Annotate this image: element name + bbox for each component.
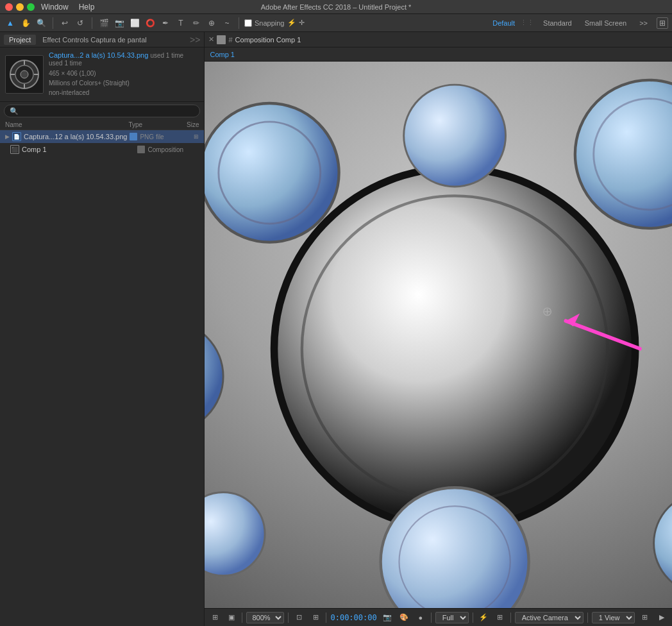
tab-project[interactable]: Project [4,35,36,45]
workspace-area: Default ⋮⋮ Standard Small Screen >> ⊞ [492,17,668,29]
snapping-checkbox[interactable] [244,19,252,27]
workspace-default[interactable]: Default [492,19,515,27]
vb-fast-btn[interactable]: ⚡ [477,611,490,624]
toolbar-separator-2 [92,17,92,29]
workspace-settings[interactable]: ⊞ [657,17,668,29]
traffic-lights [5,3,35,11]
viewport-canvas [205,62,672,608]
vb-grid2-btn[interactable]: ⊞ [494,611,507,624]
close-button[interactable] [5,3,13,11]
pen-tool[interactable]: ✒ [159,17,172,30]
vb-snapshot-btn[interactable]: 📷 [381,611,394,624]
left-panel: Project Effect Controls Captura de panta… [0,32,205,626]
shape-ellipse-btn[interactable]: ⭕ [144,17,156,30]
comp-tab-icon [217,35,226,44]
camera-select[interactable]: Active Camera [515,612,584,623]
vb-sep1 [242,613,242,623]
vb-sep2 [288,613,289,623]
tab-effect-controls[interactable]: Effect Controls Captura de pantal [37,35,151,45]
project-search[interactable] [4,105,200,117]
file-badge-1 [137,146,145,153]
snapping-area: Snapping ⚡ ✛ [244,19,305,27]
project-item-name: Captura...2 a la(s) 10.54.33.png used 1 … [49,51,199,67]
svg-point-8 [274,168,635,529]
maximize-button[interactable] [27,3,35,11]
zoom-select[interactable]: 800% [246,612,284,623]
comp-name-label: Comp 1 [210,51,235,58]
vb-channel-btn[interactable]: ● [414,611,427,624]
workspace-standard[interactable]: Standard [539,18,576,28]
zoom-tool[interactable]: 🔍 [35,17,47,30]
vb-sep6 [510,613,511,623]
project-thumbnail [5,55,44,94]
vb-color-btn[interactable]: 🎨 [398,611,410,624]
file-name-0: Captura...12 a la(s) 10.54.33.png [24,133,127,140]
toolbar-separator-3 [239,17,239,29]
quality-select[interactable]: Full [435,612,469,623]
project-item-dimensions: 465 × 406 (1,00) [49,69,199,78]
panel-menu[interactable]: >> [190,35,200,45]
title-bar: Window Help Adobe After Effects CC 2018 … [0,0,672,14]
shape-rect-btn[interactable]: ⬜ [128,17,141,30]
svg-point-2 [21,71,28,78]
panel-tabs: Project Effect Controls Captura de panta… [0,32,204,47]
vb-region-btn[interactable]: ⊞ [309,611,322,624]
vb-grid-btn[interactable]: ⊞ [208,611,221,624]
camera-btn[interactable]: 📷 [113,17,126,30]
file-name-1: Comp 1 [22,146,135,153]
menu-help[interactable]: Help [79,3,95,12]
app-title: Adobe After Effects CC 2018 – Untitled P… [261,3,412,11]
file-icon-1: ⬛ [10,145,19,154]
new-comp-btn[interactable]: 🎬 [97,17,110,30]
file-type-1: Composition [147,146,199,153]
snapping-label: Snapping [255,19,285,27]
toolbar-separator-1 [53,17,53,29]
workspace-smallscreen[interactable]: Small Screen [581,18,630,28]
viewport [205,62,672,608]
vb-display-btn[interactable]: ▣ [225,611,238,624]
viewport-bottom-bar: ⊞ ▣ 800% ⊡ ⊞ 0:00:00:00 📷 🎨 ● Full ⚡ ⊞ A… [205,608,672,626]
comp-name-bar: Comp 1 [205,47,672,62]
brush-tool[interactable]: ✏ [190,17,203,30]
comp-tab-label[interactable]: Composition Comp 1 [235,36,301,44]
select-tool[interactable]: ▲ [4,17,17,30]
center-area: ✕ # Composition Comp 1 ≡ Comp 1 [205,32,672,626]
project-info: Captura...2 a la(s) 10.54.33.png used 1 … [49,51,199,97]
hand-tool[interactable]: ✋ [19,17,32,30]
snap-icon2[interactable]: ✛ [299,19,305,27]
snap-icon[interactable]: ⚡ [287,19,296,27]
comp-tab-hash: # [228,36,232,44]
view-select[interactable]: 1 View [592,612,635,623]
menu-window[interactable]: Window [41,3,69,12]
redo-btn[interactable]: ↺ [74,17,87,30]
project-header: Captura...2 a la(s) 10.54.33.png used 1 … [0,47,204,102]
vb-fit-btn[interactable]: ⊡ [292,611,305,624]
vb-sep3 [326,613,326,623]
project-panel: Captura...2 a la(s) 10.54.33.png used 1 … [0,47,204,626]
file-badge-0 [130,133,137,140]
file-icon-0: 📄 [12,132,21,141]
svg-point-10 [205,103,339,242]
text-tool[interactable]: T [174,17,187,30]
file-list: ▶ 📄 Captura...12 a la(s) 10.54.33.png PN… [0,130,204,626]
file-type-0: PNG file [140,133,191,140]
menu-bar: Window Help [41,3,94,12]
vb-sep5 [473,613,473,623]
file-item-1[interactable]: ⬛ Comp 1 Composition [0,143,204,156]
col-name-label: Name [5,121,128,128]
clone-tool[interactable]: ⊕ [205,17,218,30]
workspace-more[interactable]: >> [635,18,651,28]
file-item-0[interactable]: ▶ 📄 Captura...12 a la(s) 10.54.33.png PN… [0,130,204,143]
undo-btn[interactable]: ↩ [58,17,71,30]
file-list-header: Name Type Size [0,120,204,130]
svg-point-12 [404,85,506,187]
comp-tabs: ✕ # Composition Comp 1 ≡ [205,32,672,47]
vb-3d-btn[interactable]: ⊞ [639,611,651,624]
search-input[interactable] [10,107,194,115]
main-area: Project Effect Controls Captura de panta… [0,32,672,626]
comp-tab-close[interactable]: ✕ [208,35,214,44]
minimize-button[interactable] [16,3,24,11]
vb-render-btn[interactable]: ▶ [655,611,668,624]
puppet-tool[interactable]: ~ [221,17,233,30]
viewport-timecode: 0:00:00:00 [330,613,376,622]
